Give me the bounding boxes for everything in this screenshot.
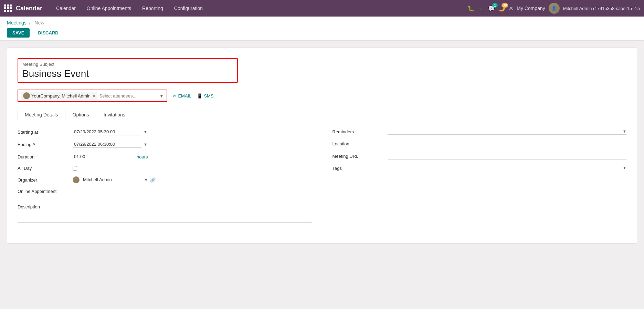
breadcrumb-separator: / — [29, 20, 31, 25]
tags-label: Tags — [332, 166, 388, 171]
topnav: Calendar Calendar Online Appointments Re… — [0, 0, 644, 17]
tags-dropdown-icon[interactable]: ▼ — [623, 166, 626, 170]
app-grid-icon[interactable] — [4, 4, 12, 12]
attendee-remove-icon[interactable]: × — [93, 93, 95, 99]
all-day-label: All Day — [18, 166, 73, 171]
reminders-label: Reminders — [332, 129, 388, 134]
subject-label: Meeting Subject — [22, 62, 233, 67]
form-grid: Starting at ▼ Ending At ▼ Duration — [18, 128, 626, 223]
starting-at-label: Starting at — [18, 130, 73, 135]
tags-row: Tags ▼ — [332, 165, 627, 171]
duration-label: Duration — [18, 154, 73, 159]
meeting-url-value — [388, 153, 627, 159]
location-input[interactable] — [388, 140, 627, 147]
subject-field-box: Meeting Subject — [18, 58, 238, 83]
bug-icon-btn[interactable]: 🐛 — [467, 5, 474, 12]
discard-button[interactable]: DISCARD — [32, 28, 64, 38]
duration-unit: hours — [137, 154, 148, 159]
attendees-field[interactable]: YourCompany, Mitchell Admin × ▼ — [18, 90, 167, 102]
moon-badge: 39 — [502, 3, 508, 8]
organizer-external-link-icon[interactable]: 🔗 — [150, 177, 156, 183]
breadcrumb: Meetings / New — [7, 20, 637, 25]
starting-at-row: Starting at ▼ — [18, 128, 312, 135]
sms-label: SMS — [204, 93, 213, 99]
reminders-value[interactable]: ▼ — [388, 128, 627, 135]
starting-at-dropdown-icon[interactable]: ▼ — [144, 130, 147, 134]
organizer-input[interactable] — [82, 176, 142, 183]
duration-row: Duration hours — [18, 153, 312, 160]
online-appt-row: Online Appointment — [18, 189, 312, 194]
form-card: Meeting Subject YourCompany, Mitchell Ad… — [7, 48, 637, 244]
meeting-url-input[interactable] — [388, 153, 627, 159]
attendees-dropdown-icon[interactable]: ▼ — [159, 93, 164, 99]
organizer-dropdown-icon[interactable]: ▼ — [144, 178, 148, 182]
all-day-row: All Day — [18, 166, 312, 171]
ending-at-label: Ending At — [18, 142, 73, 147]
starting-at-input[interactable] — [73, 128, 141, 135]
subject-input[interactable] — [22, 68, 233, 79]
email-link[interactable]: ✉ EMAIL — [173, 93, 191, 99]
sms-link[interactable]: 📱 SMS — [197, 93, 213, 99]
email-label: EMAIL — [178, 93, 191, 99]
description-section: Description — [18, 204, 312, 223]
topnav-menu: Calendar Online Appointments Reporting C… — [51, 3, 466, 13]
organizer-value: ▼ 🔗 — [73, 176, 312, 183]
topnav-right: 🐛 📞 💬 1 🌙 39 ✕ My Company 👤 Mitchell Adm… — [467, 3, 640, 14]
reminders-input[interactable] — [388, 128, 621, 134]
starting-at-value: ▼ — [73, 128, 312, 135]
phone-icon-btn[interactable]: 📞 — [478, 5, 485, 12]
chat-icon-btn[interactable]: 💬 1 — [488, 5, 495, 12]
organizer-row: Organizer ▼ 🔗 — [18, 176, 312, 183]
breadcrumb-parent[interactable]: Meetings — [7, 20, 27, 25]
reminders-row: Reminders ▼ — [332, 128, 627, 135]
meeting-url-label: Meeting URL — [332, 154, 388, 159]
form-right: Reminders ▼ Location Meeting URL — [332, 128, 627, 223]
online-appt-label: Online Appointment — [18, 189, 73, 194]
moon-icon-btn[interactable]: 🌙 39 — [498, 5, 505, 12]
location-row: Location — [332, 140, 627, 147]
all-day-checkbox[interactable] — [73, 166, 77, 171]
nav-online-appointments[interactable]: Online Appointments — [81, 3, 137, 13]
username: Mitchell Admin (17915358-saas-15-2-a — [563, 6, 640, 11]
attendees-select-input[interactable] — [99, 93, 157, 99]
close-icon-btn[interactable]: ✕ — [509, 5, 513, 12]
meeting-url-row: Meeting URL — [332, 153, 627, 159]
attendee-name: YourCompany, Mitchell Admin — [31, 93, 91, 99]
action-bar: SAVE DISCARD — [7, 28, 637, 40]
main-content: Meeting Subject YourCompany, Mitchell Ad… — [0, 41, 644, 308]
breadcrumb-bar: Meetings / New SAVE DISCARD — [0, 17, 644, 41]
tabs: Meeting Details Options Invitations — [18, 109, 626, 120]
sms-icon: 📱 — [197, 93, 202, 99]
tags-input[interactable] — [388, 165, 621, 170]
attendees-row: YourCompany, Mitchell Admin × ▼ ✉ EMAIL … — [18, 90, 626, 102]
organizer-avatar — [73, 176, 80, 183]
ending-at-value: ▼ — [73, 141, 312, 148]
organizer-label: Organizer — [18, 177, 73, 183]
form-left: Starting at ▼ Ending At ▼ Duration — [18, 128, 312, 223]
ending-at-input[interactable] — [73, 141, 141, 148]
duration-input[interactable] — [73, 153, 133, 160]
tab-invitations[interactable]: Invitations — [96, 109, 133, 120]
chat-badge: 1 — [492, 3, 498, 8]
tags-value[interactable]: ▼ — [388, 165, 627, 171]
company-name[interactable]: My Company — [517, 6, 545, 11]
reminders-dropdown-icon[interactable]: ▼ — [623, 129, 626, 133]
all-day-value — [73, 166, 312, 171]
ending-at-dropdown-icon[interactable]: ▼ — [144, 142, 147, 146]
description-label: Description — [18, 204, 312, 209]
nav-reporting[interactable]: Reporting — [137, 3, 169, 13]
app-name[interactable]: Calendar — [16, 5, 42, 12]
breadcrumb-current: New — [34, 20, 44, 25]
email-icon: ✉ — [173, 93, 177, 99]
attendee-tag: YourCompany, Mitchell Admin × — [21, 92, 97, 100]
tab-meeting-details[interactable]: Meeting Details — [18, 109, 65, 120]
nav-calendar[interactable]: Calendar — [51, 3, 81, 13]
nav-configuration[interactable]: Configuration — [169, 3, 208, 13]
attendee-avatar — [23, 92, 30, 99]
location-label: Location — [332, 141, 388, 146]
user-avatar[interactable]: 👤 — [549, 3, 560, 14]
tab-options[interactable]: Options — [65, 109, 96, 120]
description-area[interactable] — [18, 212, 312, 223]
duration-value: hours — [73, 153, 312, 160]
save-button[interactable]: SAVE — [7, 28, 30, 38]
